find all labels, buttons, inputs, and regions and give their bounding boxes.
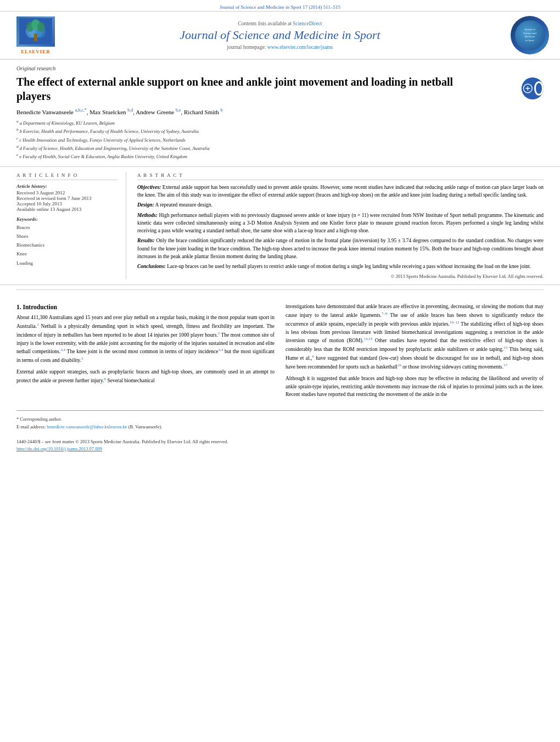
homepage-link[interactable]: www.elsevier.com/locate/jsams bbox=[267, 44, 333, 50]
crossmark-badge bbox=[522, 77, 544, 99]
journal-logo-inner: Journal ofScience andMedicinein Sport bbox=[515, 20, 545, 51]
affiliation-a: a a Department of Kinesiology, KU Leuven… bbox=[16, 119, 544, 127]
copyright-line: © 2013 Sports Medicine Australia. Publis… bbox=[137, 274, 544, 279]
section1-right-para1: investigations have demonstrated that an… bbox=[285, 303, 544, 371]
design-text: A repeated measure design. bbox=[155, 202, 212, 208]
article-info-abstract-section: A R T I C L E I N F O Article history: R… bbox=[0, 167, 560, 286]
sciencedirect-link[interactable]: ScienceDirect bbox=[293, 21, 322, 26]
contents-available-text: Contents lists available at ScienceDirec… bbox=[60, 21, 500, 26]
conclusions-text: Lace-up braces can be used by netball pl… bbox=[167, 264, 531, 269]
section-divider bbox=[16, 289, 544, 290]
elsevier-icon bbox=[16, 16, 55, 47]
elsevier-label: ELSEVIER bbox=[21, 49, 51, 54]
footnote-section: * Corresponding author. E-mail address: … bbox=[0, 414, 560, 433]
page-footer: 1440-2440/$ – see front matter © 2013 Sp… bbox=[0, 435, 560, 455]
doi-link[interactable]: http://dx.doi.org/10.1016/j.jsams.2013.0… bbox=[16, 446, 102, 451]
received-revised-date: Received in revised form 7 June 2013 bbox=[16, 196, 117, 201]
authors-line: Benedicte Vanwanseele a,b,c,*, Max Stuel… bbox=[16, 108, 544, 115]
design-label: Design: bbox=[137, 202, 154, 208]
keyword-4: Knee bbox=[16, 249, 117, 258]
author-email-link[interactable]: benedicte.vanwanseele@faber.kuleuven.be bbox=[47, 424, 127, 429]
abstract-conclusions: Conclusions: Lace-up braces can be used … bbox=[137, 263, 544, 270]
keywords-list: Braces Shoes Biomechanics Knee Loading bbox=[16, 223, 117, 267]
conclusions-label: Conclusions: bbox=[137, 264, 166, 269]
left-column: 1. Introduction About 411,300 Australian… bbox=[16, 303, 275, 402]
history-label: Article history: bbox=[16, 183, 117, 189]
keywords-label: Keywords: bbox=[16, 216, 117, 222]
journal-logo-right: Journal ofScience andMedicinein Sport bbox=[500, 16, 549, 54]
objectives-label: Objectives: bbox=[137, 185, 161, 190]
results-label: Results: bbox=[137, 238, 155, 243]
article-header-section: Original research The effect of external… bbox=[0, 60, 560, 167]
keyword-3: Biomechanics bbox=[16, 241, 117, 249]
article-title: The effect of external ankle support on … bbox=[16, 75, 483, 103]
journal-logo-text: Journal ofScience andMedicinein Sport bbox=[523, 28, 536, 42]
corresponding-author-note: * Corresponding author. bbox=[16, 416, 544, 423]
affiliations: a a Department of Kinesiology, KU Leuven… bbox=[16, 119, 544, 161]
affiliation-b: b b Exercise, Health and Performance, Fa… bbox=[16, 127, 544, 135]
article-body: 1. Introduction About 411,300 Australian… bbox=[0, 294, 560, 410]
abstract-objectives: Objectives: External ankle support has b… bbox=[137, 183, 544, 199]
received-date: Received 3 August 2012 bbox=[16, 190, 117, 196]
abstract-section: A B S T R A C T Objectives: External ank… bbox=[137, 172, 544, 280]
objectives-text: External ankle support has been successf… bbox=[137, 185, 544, 198]
svg-rect-4 bbox=[34, 34, 37, 41]
email-note: E-mail address: benedicte.vanwanseele@fa… bbox=[16, 423, 544, 431]
abstract-methods: Methods: High performance netball player… bbox=[137, 211, 544, 235]
abstract-design: Design: A repeated measure design. bbox=[137, 201, 544, 209]
affiliation-d: d d Faculty of Science, Health, Educatio… bbox=[16, 144, 544, 152]
keyword-1: Braces bbox=[16, 223, 117, 232]
methods-text: High performance netball players with no… bbox=[137, 213, 544, 234]
accepted-date: Accepted 10 July 2013 bbox=[16, 201, 117, 207]
article-category: Original research bbox=[16, 65, 544, 71]
top-bar: Journal of Science and Medicine in Sport… bbox=[0, 0, 560, 12]
available-online-date: Available online 13 August 2013 bbox=[16, 207, 117, 212]
affiliation-e: e e Faculty of Health, Social Care & Edu… bbox=[16, 152, 544, 160]
journal-reference: Journal of Science and Medicine in Sport… bbox=[220, 4, 340, 10]
doi-line: http://dx.doi.org/10.1016/j.jsams.2013.0… bbox=[16, 446, 544, 451]
section1-para1: About 411,300 Australians aged 15 years … bbox=[16, 314, 275, 365]
keyword-2: Shoes bbox=[16, 232, 117, 241]
svg-point-7 bbox=[37, 22, 45, 32]
journal-header: ELSEVIER Contents lists available at Sci… bbox=[0, 12, 560, 60]
section1-right-para2: Although it is suggested that ankle brac… bbox=[285, 375, 544, 399]
results-text: Only the brace condition significantly r… bbox=[137, 238, 544, 259]
article-title-row: The effect of external ankle support on … bbox=[16, 75, 544, 103]
abstract-results: Results: Only the brace condition signif… bbox=[137, 237, 544, 260]
keyword-5: Loading bbox=[16, 259, 117, 267]
homepage-line: journal homepage: www.elsevier.com/locat… bbox=[60, 44, 500, 50]
issn-line: 1440-2440/$ – see front matter © 2013 Sp… bbox=[16, 438, 544, 446]
crossmark-icon bbox=[522, 77, 544, 99]
article-info-heading: A R T I C L E I N F O bbox=[16, 172, 117, 180]
abstract-text: Objectives: External ankle support has b… bbox=[137, 183, 544, 271]
keywords-section: Keywords: Braces Shoes Biomechanics Knee… bbox=[16, 216, 117, 267]
journal-header-center: Contents lists available at ScienceDirec… bbox=[60, 21, 500, 50]
journal-title: Journal of Science and Medicine in Sport bbox=[60, 28, 500, 42]
section1-heading: 1. Introduction bbox=[16, 304, 275, 310]
affiliation-c: c c Health Innovation and Technology, Fo… bbox=[16, 136, 544, 144]
article-info-panel: A R T I C L E I N F O Article history: R… bbox=[16, 172, 126, 280]
journal-circle-logo: Journal ofScience andMedicinein Sport bbox=[511, 16, 549, 54]
elsevier-logo: ELSEVIER bbox=[11, 16, 60, 54]
right-column: investigations have demonstrated that an… bbox=[285, 303, 544, 402]
section1-para2: External ankle support strategies, such … bbox=[16, 368, 275, 385]
methods-label: Methods: bbox=[137, 213, 158, 218]
abstract-heading: A B S T R A C T bbox=[137, 172, 544, 180]
